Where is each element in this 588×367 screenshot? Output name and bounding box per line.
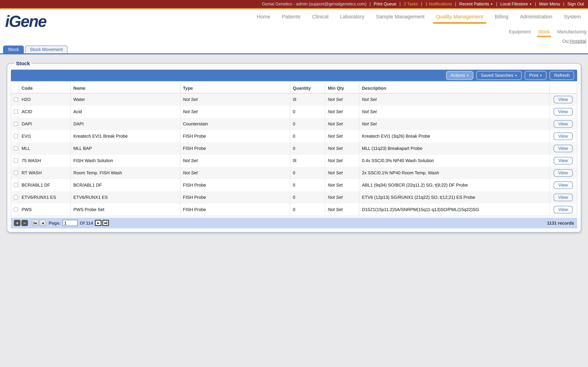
subnav-item-manufacturing[interactable]: Manufacturing: [557, 29, 586, 34]
table-row: DAPI DAPI Counterstain 0 Not Set Not Set…: [11, 118, 577, 130]
cell-quantity: 0: [290, 179, 325, 191]
sign-out-link[interactable]: Sign Out: [567, 2, 584, 7]
logged-in-user: Genial Genetics - admin (support@genialg…: [262, 2, 366, 7]
main-nav: Home Patients Clinical Laboratory Sample…: [257, 14, 581, 19]
separator: |: [399, 2, 401, 7]
tab-stock-movement[interactable]: Stock Movement: [25, 46, 68, 53]
separator: |: [563, 2, 564, 7]
cell-quantity: 0l: [290, 154, 325, 167]
subnav-item-equipment[interactable]: Equipment: [509, 29, 531, 34]
cell-quantity: 0: [290, 106, 325, 118]
cell-quantity: 0: [290, 142, 325, 154]
page-number-input[interactable]: [63, 220, 78, 226]
row-checkbox[interactable]: [14, 158, 18, 163]
page-count-label: Of 114: [80, 220, 93, 225]
pagination-bar: + − ◀ ◀ Page: Of 114 ▶ ▶ 1131 records: [11, 218, 577, 228]
pager-last-button[interactable]: ▶: [103, 220, 109, 226]
nav-item-laboratory[interactable]: Laboratory: [340, 14, 364, 19]
cell-type: FISH Probe: [180, 203, 290, 216]
column-header-code: Code: [19, 83, 70, 93]
view-button[interactable]: View: [554, 132, 573, 140]
saved-searches-button[interactable]: Saved Searches ▼: [476, 71, 522, 80]
nav-item-administration[interactable]: Administration: [520, 14, 552, 19]
cell-quantity: 0: [290, 203, 325, 216]
view-button[interactable]: View: [554, 108, 573, 115]
cell-code: PWS: [19, 203, 70, 216]
cell-code: BCR/ABL1 DF: [19, 179, 70, 191]
cell-min-qty: Not Set: [325, 130, 359, 142]
pager-decrease-button[interactable]: −: [21, 220, 28, 226]
right-arrow-icon: ▶: [104, 221, 106, 225]
print-queue-link[interactable]: Print Queue: [374, 2, 397, 7]
nav-item-clinical[interactable]: Clinical: [312, 14, 329, 19]
nav-item-home[interactable]: Home: [257, 14, 270, 19]
header: iGene Home Patients Clinical Laboratory …: [0, 9, 588, 53]
view-button[interactable]: View: [554, 169, 573, 176]
row-checkbox[interactable]: [14, 171, 18, 175]
actions-label: Actions: [450, 73, 465, 78]
row-checkbox[interactable]: [14, 109, 18, 114]
cell-name: DAPI: [70, 118, 180, 130]
pager-first-button[interactable]: ◀: [32, 220, 38, 226]
cell-min-qty: Not Set: [325, 167, 359, 179]
view-button[interactable]: View: [554, 193, 573, 201]
pager-increase-button[interactable]: +: [14, 220, 20, 226]
igene-logo: iGene: [5, 12, 46, 31]
view-button[interactable]: View: [554, 206, 573, 213]
recent-patients-menu[interactable]: Recent Patients ▼: [459, 2, 493, 7]
cell-min-qty: Not Set: [325, 142, 359, 154]
cell-description: Not Set: [359, 118, 549, 130]
view-button[interactable]: View: [554, 145, 573, 152]
sub-nav: Equipment Stock Manufacturing: [509, 29, 586, 34]
cell-min-qty: Not Set: [325, 118, 359, 130]
nav-item-patients[interactable]: Patients: [282, 14, 300, 19]
grid-toolbar: Actions ▼ Saved Searches ▼ Print ▼ Refre…: [11, 70, 577, 81]
cell-name: Room Temp. FISH Wash: [70, 167, 180, 179]
cell-quantity: 0: [290, 167, 325, 179]
cell-quantity: 0: [290, 130, 325, 142]
separator: |: [455, 2, 456, 7]
local-filestore-menu[interactable]: Local Filestore ▼: [500, 2, 532, 7]
main-menu-link[interactable]: Main Menu: [539, 2, 560, 7]
table-row: RT WASH Room Temp. FISH Wash Not Set 0 N…: [11, 167, 577, 179]
nav-item-system[interactable]: System: [564, 14, 581, 19]
cell-type: Not Set: [180, 106, 290, 118]
row-checkbox[interactable]: [14, 97, 18, 102]
nav-item-sample-management[interactable]: Sample Management: [376, 14, 424, 19]
column-header-min-qty: Min Qty: [325, 83, 359, 93]
print-button[interactable]: Print ▼: [525, 71, 547, 80]
row-checkbox[interactable]: [14, 122, 18, 126]
stock-table-wrapper: Code Name Type Quantity Min Qty Descript…: [11, 83, 577, 216]
left-arrow-icon: ◀: [42, 221, 44, 225]
tasks-link[interactable]: 2 Tasks: [404, 2, 418, 7]
stock-panel: Stock Actions ▼ Saved Searches ▼ Print ▼…: [7, 60, 581, 232]
chevron-down-icon: ▼: [529, 3, 532, 6]
saved-searches-label: Saved Searches: [481, 73, 513, 78]
notifications-link[interactable]: 1 Notifications: [425, 2, 452, 7]
nav-item-quality-management[interactable]: Quality Management: [436, 14, 483, 19]
pager-previous-button[interactable]: ◀: [39, 220, 46, 226]
nav-item-billing[interactable]: Billing: [495, 14, 508, 19]
tab-stock[interactable]: Stock: [3, 46, 24, 53]
row-checkbox[interactable]: [14, 195, 18, 200]
cell-min-qty: Not Set: [325, 106, 359, 118]
recent-patients-label: Recent Patients: [459, 2, 489, 7]
refresh-button[interactable]: Refresh: [550, 71, 574, 80]
row-checkbox[interactable]: [14, 183, 18, 187]
cell-name: BCR/ABL1 DF: [70, 179, 180, 191]
view-button[interactable]: View: [554, 120, 573, 128]
view-button[interactable]: View: [554, 157, 573, 164]
view-button[interactable]: View: [554, 96, 573, 103]
subnav-item-stock[interactable]: Stock: [538, 29, 550, 34]
view-button[interactable]: View: [554, 181, 573, 189]
row-checkbox[interactable]: [14, 134, 18, 138]
row-checkbox[interactable]: [14, 207, 18, 212]
app: Genial Genetics - admin (support@genialg…: [0, 0, 588, 367]
ou-link[interactable]: Hospital: [570, 39, 586, 44]
column-header-description: Description: [359, 83, 549, 93]
cell-min-qty: Not Set: [325, 179, 359, 191]
pager-next-button[interactable]: ▶: [95, 220, 102, 226]
actions-button[interactable]: Actions ▼: [446, 71, 473, 80]
row-checkbox[interactable]: [14, 146, 18, 150]
cell-description: Not Set: [359, 106, 549, 118]
